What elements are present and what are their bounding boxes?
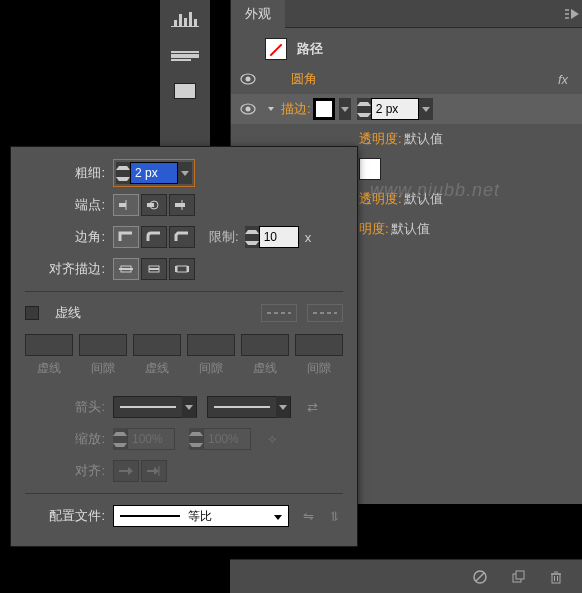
dash-2-input[interactable] bbox=[133, 334, 181, 356]
arrowheads-row: 箭头: ⇄ bbox=[25, 391, 343, 423]
stroke-label: 描边: bbox=[281, 100, 311, 118]
stroke-weight-input[interactable] bbox=[130, 162, 178, 184]
cap-projecting-button[interactable] bbox=[169, 194, 195, 216]
align-stroke-label: 对齐描边: bbox=[25, 260, 113, 278]
appearance-row-path[interactable]: 路径 bbox=[231, 34, 582, 64]
miter-limit-input[interactable] bbox=[259, 226, 299, 248]
appearance-row-rounded[interactable]: 圆角 fx bbox=[231, 64, 582, 94]
svg-line-21 bbox=[476, 573, 484, 581]
svg-rect-15 bbox=[175, 266, 177, 272]
rounded-label: 圆角 bbox=[291, 70, 317, 88]
swap-arrows-icon[interactable]: ⇄ bbox=[301, 396, 323, 418]
stroke-align-row: 对齐描边: bbox=[25, 253, 343, 285]
corner-miter-button[interactable] bbox=[113, 226, 139, 248]
stroke-weight-stepper[interactable] bbox=[116, 162, 192, 184]
align-center-button[interactable] bbox=[113, 258, 139, 280]
dock-paragraph-icon[interactable] bbox=[165, 46, 205, 64]
scale-label: 缩放: bbox=[25, 430, 113, 448]
dash-align-button[interactable] bbox=[307, 304, 343, 322]
svg-rect-14 bbox=[177, 266, 187, 272]
arrow-align-extend-button[interactable] bbox=[113, 460, 139, 482]
stroke-weight-input-inline[interactable] bbox=[371, 98, 419, 120]
fx-icon[interactable]: fx bbox=[558, 72, 572, 87]
panel-menu-icon[interactable] bbox=[562, 0, 582, 28]
cap-label: 端点: bbox=[25, 196, 113, 214]
arrow-scale-start-stepper[interactable] bbox=[113, 428, 175, 450]
arrow-start-select[interactable] bbox=[113, 396, 197, 418]
fill-swatch[interactable] bbox=[359, 158, 381, 180]
stroke-color-dropdown[interactable] bbox=[339, 98, 351, 120]
appearance-tab[interactable]: 外观 bbox=[231, 0, 285, 28]
dashed-checkbox[interactable] bbox=[25, 306, 39, 320]
align-inside-button[interactable] bbox=[141, 258, 167, 280]
corner-round-button[interactable] bbox=[141, 226, 167, 248]
svg-point-3 bbox=[246, 107, 251, 112]
corner-label: 边角: bbox=[25, 228, 113, 246]
gap-3-input[interactable] bbox=[295, 334, 343, 356]
dashed-label: 虚线 bbox=[55, 304, 81, 322]
arrow-scale-end-stepper[interactable] bbox=[189, 428, 251, 450]
limit-label: 限制: bbox=[209, 228, 239, 246]
arrow-align-row: 对齐: bbox=[25, 455, 343, 487]
dash-preserve-button[interactable] bbox=[261, 304, 297, 322]
visibility-icon[interactable] bbox=[239, 102, 257, 116]
svg-rect-8 bbox=[175, 203, 185, 207]
miter-limit-stepper[interactable] bbox=[245, 226, 299, 248]
dock-levels-icon[interactable] bbox=[165, 10, 205, 28]
profile-select[interactable]: 等比 bbox=[113, 505, 289, 527]
cap-butt-button[interactable] bbox=[113, 194, 139, 216]
stroke-popup-panel: 粗细: 端点: 边角: 限制: bbox=[10, 146, 358, 547]
stroke-weight-row: 粗细: bbox=[25, 157, 343, 189]
svg-rect-11 bbox=[119, 268, 133, 270]
dash-3-input[interactable] bbox=[241, 334, 289, 356]
corner-bevel-button[interactable] bbox=[169, 226, 195, 248]
stroke-weight-stepper-inline[interactable] bbox=[357, 98, 433, 120]
arrow-end-select[interactable] bbox=[207, 396, 291, 418]
svg-rect-4 bbox=[119, 203, 126, 207]
link-scale-icon[interactable]: ⟡ bbox=[261, 428, 283, 450]
align-outside-button[interactable] bbox=[169, 258, 195, 280]
flip-horizontal-icon[interactable]: ⇋ bbox=[299, 507, 317, 525]
visibility-icon[interactable] bbox=[239, 72, 257, 86]
gap-2-input[interactable] bbox=[187, 334, 235, 356]
appearance-row-stroke[interactable]: 描边: bbox=[231, 94, 582, 124]
profile-label: 配置文件: bbox=[25, 507, 113, 525]
svg-rect-23 bbox=[516, 571, 524, 579]
dashed-line-row: 虚线 bbox=[25, 298, 343, 328]
svg-rect-16 bbox=[187, 266, 189, 272]
svg-rect-24 bbox=[552, 574, 560, 583]
appearance-header: 外观 bbox=[231, 0, 582, 28]
expand-icon[interactable] bbox=[265, 103, 277, 115]
profile-row: 配置文件: 等比 ⇋ ⥮ bbox=[25, 500, 343, 532]
arrow-scale-row: 缩放: ⟡ bbox=[25, 423, 343, 455]
arrow-align-label: 对齐: bbox=[25, 462, 113, 480]
duplicate-item-icon[interactable] bbox=[510, 569, 526, 585]
dash-1-input[interactable] bbox=[25, 334, 73, 356]
stroke-color-swatch[interactable] bbox=[313, 98, 335, 120]
clear-appearance-icon[interactable] bbox=[472, 569, 488, 585]
arrow-align-end-button[interactable] bbox=[141, 460, 167, 482]
dock-swatch-icon[interactable] bbox=[165, 82, 205, 100]
delete-item-icon[interactable] bbox=[548, 569, 564, 585]
stroke-corner-row: 边角: 限制: x bbox=[25, 221, 343, 253]
path-swatch bbox=[265, 38, 287, 60]
gap-1-input[interactable] bbox=[79, 334, 127, 356]
svg-point-1 bbox=[246, 77, 251, 82]
left-dock bbox=[160, 0, 210, 150]
dash-gap-grid: 虚线 间隙 虚线 间隙 虚线 间隙 bbox=[25, 334, 343, 377]
limit-suffix: x bbox=[305, 230, 312, 245]
arrow-label: 箭头: bbox=[25, 398, 113, 416]
flip-vertical-icon[interactable]: ⥮ bbox=[325, 507, 343, 525]
appearance-footer bbox=[230, 559, 582, 593]
cap-round-button[interactable] bbox=[141, 194, 167, 216]
stroke-cap-row: 端点: bbox=[25, 189, 343, 221]
weight-label: 粗细: bbox=[25, 164, 113, 182]
path-label: 路径 bbox=[297, 40, 323, 58]
svg-rect-13 bbox=[149, 268, 159, 270]
